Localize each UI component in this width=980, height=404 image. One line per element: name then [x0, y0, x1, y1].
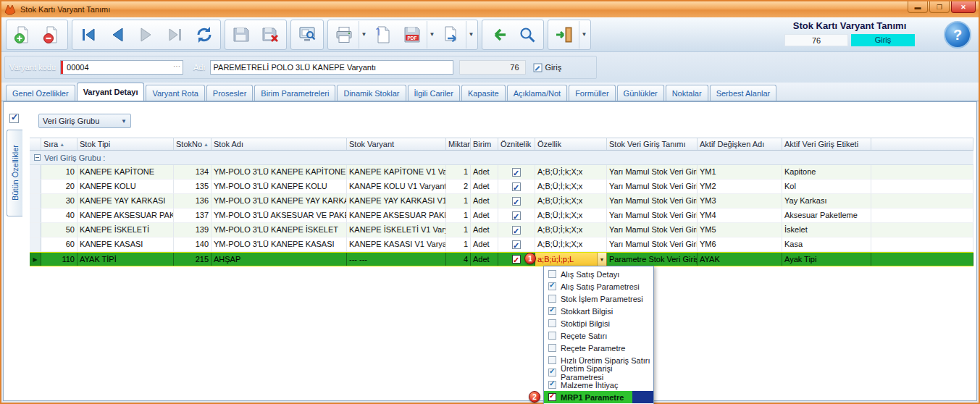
print-button[interactable]: [330, 21, 359, 49]
checkbox-icon[interactable]: [548, 282, 556, 290]
dropdown-item[interactable]: Üretim Siparişi Parametresi: [544, 366, 653, 379]
checkbox-icon[interactable]: [548, 369, 556, 376]
cell-birim: Adet: [471, 253, 498, 266]
dropdown-item[interactable]: Stok İşlem Parametresi: [544, 293, 653, 305]
table-row[interactable]: 20 KANEPE KOLU 135 YM-POLO 3'LÜ KANEPE K…: [30, 180, 973, 194]
maximize-button[interactable]: ❐: [929, 1, 950, 13]
col-stok-no[interactable]: StokNo▲: [174, 138, 212, 150]
pdf-dropdown-arrow[interactable]: ▼: [427, 21, 437, 49]
close-button[interactable]: ✕: [951, 1, 976, 13]
tab-formuller[interactable]: Formüller: [569, 85, 615, 101]
refresh-button[interactable]: [190, 21, 219, 49]
add-record-button[interactable]: [8, 21, 37, 49]
export-button[interactable]: [437, 21, 466, 49]
col-stok-tipi[interactable]: Stok Tipi: [78, 138, 174, 150]
cell-birim: Adet: [471, 209, 498, 223]
previous-record-button[interactable]: [103, 21, 132, 49]
col-stok-varyant[interactable]: Stok Varyant: [347, 138, 446, 150]
tab-ilgili-cariler[interactable]: İlgili Cariler: [408, 85, 460, 101]
delete-record-button[interactable]: [37, 21, 66, 49]
chevron-down-icon[interactable]: ▼: [597, 253, 606, 266]
export-dropdown-arrow[interactable]: ▼: [466, 21, 476, 49]
dropdown-item-mrp1[interactable]: MRP1 Parametre: [544, 391, 653, 403]
checkbox-icon[interactable]: [548, 356, 556, 364]
search-button[interactable]: [513, 21, 542, 49]
new-document-button[interactable]: [369, 21, 398, 49]
oznitelik-checkbox[interactable]: [512, 197, 521, 206]
table-row[interactable]: 50 KANEPE İSKELETİ 139 YM-POLO 3'LÜ KANE…: [30, 223, 973, 237]
checkbox-icon[interactable]: [548, 332, 556, 340]
table-row[interactable]: 10 KANEPE KAPİTONE 134 YM-POLO 3'LÜ KANE…: [30, 165, 973, 180]
variant-name-input[interactable]: [210, 60, 453, 75]
oznitelik-checkbox[interactable]: [512, 168, 521, 177]
col-stok-adi[interactable]: Stok Adı: [212, 138, 347, 150]
group-row[interactable]: Veri Giriş Grubu :: [30, 151, 973, 165]
table-row[interactable]: 60 KANEPE KASASI 140 YM-POLO 3'LÜ KANEPE…: [30, 237, 973, 252]
col-veri-giris-tanimi[interactable]: Stok Veri Giriş Tanımı: [607, 138, 698, 150]
print-dropdown-arrow[interactable]: ▼: [359, 21, 369, 49]
tab-dinamik-stoklar[interactable]: Dinamik Stoklar: [337, 85, 406, 101]
variant-code-input[interactable]: [60, 60, 183, 75]
oznitelik-checkbox[interactable]: [512, 182, 521, 191]
table-row[interactable]: 40 KANEPE AKSESUAR PAKET 137 YM-POLO 3'L…: [30, 209, 973, 223]
save-button[interactable]: [227, 21, 256, 49]
back-button[interactable]: [484, 21, 513, 49]
cell-ozellik: A;B;Ü;İ;k;X;x: [535, 180, 607, 194]
checkbox-icon[interactable]: [548, 319, 556, 327]
group-by-button[interactable]: Veri Giriş Grubu ▼: [38, 114, 131, 128]
exit-dropdown-arrow[interactable]: ▼: [579, 21, 589, 49]
dropdown-item[interactable]: Stokkart Bilgisi: [544, 305, 653, 317]
col-miktar[interactable]: Miktar: [446, 138, 471, 150]
collapse-icon[interactable]: [34, 154, 41, 161]
col-ozellik[interactable]: Özellik: [535, 138, 607, 150]
pdf-save-button[interactable]: PDF: [398, 21, 427, 49]
tab-kapasite[interactable]: Kapasite: [461, 85, 506, 101]
checkbox-icon[interactable]: [548, 344, 556, 352]
table-row[interactable]: 30 KANEPE YAY KARKASI 136 YM-POLO 3'LÜ K…: [30, 194, 973, 209]
all-properties-checkbox[interactable]: [9, 114, 19, 123]
exit-button[interactable]: [550, 21, 579, 49]
preview-button[interactable]: [293, 21, 322, 49]
oznitelik-checkbox[interactable]: [512, 240, 521, 249]
col-aktif-degisken[interactable]: Aktif Değişken Adı: [698, 138, 782, 150]
tab-gunlukler[interactable]: Günlükler: [617, 85, 664, 101]
last-record-button[interactable]: [161, 21, 190, 49]
help-button[interactable]: ?: [944, 21, 971, 49]
dropdown-item[interactable]: Reçete Parametre: [544, 342, 653, 354]
dropdown-item[interactable]: Stoktipi Bilgisi: [544, 317, 653, 329]
checkbox-icon[interactable]: [548, 381, 556, 389]
tab-genel-ozellikler[interactable]: Genel Özellikler: [6, 85, 75, 101]
minimize-button[interactable]: ▬: [908, 1, 928, 13]
content-area: Bütün Özellikler Veri Giriş Grubu ▼ Sıra…: [3, 101, 977, 401]
save-cancel-button[interactable]: [256, 21, 285, 49]
checkbox-icon[interactable]: [548, 295, 556, 303]
col-sira[interactable]: Sıra▲: [41, 138, 78, 150]
dropdown-item[interactable]: Alış Satış Parametresi: [544, 280, 653, 293]
oznitelik-checkbox[interactable]: [512, 211, 521, 220]
col-birim[interactable]: Birim: [471, 138, 498, 150]
checkbox-icon[interactable]: [548, 270, 556, 278]
ozellik-combo-editor[interactable]: a;B;ü;İ;p;L ▼: [535, 253, 607, 266]
first-record-button[interactable]: [74, 21, 103, 49]
next-record-button[interactable]: [132, 21, 161, 49]
oznitelik-checkbox[interactable]: [512, 255, 521, 264]
table-row-selected[interactable]: ▶ 110 AYAK TİPİ 215 AHŞAP --- --- 4 Adet…: [30, 252, 973, 266]
tab-noktalar[interactable]: Noktalar: [666, 85, 708, 101]
tab-birim-parametreleri[interactable]: Birim Parametreleri: [254, 85, 335, 101]
dropdown-item[interactable]: Alış Satış Detayı: [544, 268, 653, 280]
lookup-ellipsis-button[interactable]: ···: [172, 62, 182, 72]
col-oznitelik[interactable]: Öznitelik: [498, 138, 535, 150]
row-indicator: [30, 194, 41, 209]
tab-varyant-rota[interactable]: Varyant Rota: [146, 85, 204, 101]
dropdown-item[interactable]: Reçete Satırı: [544, 329, 653, 342]
tab-prosesler[interactable]: Prosesler: [206, 85, 253, 101]
tab-aciklama-not[interactable]: Açıklama/Not: [507, 85, 567, 101]
col-aktif-etiket[interactable]: Aktif Veri Giriş Etiketi: [782, 138, 871, 150]
tab-serbest-alanlar[interactable]: Serbest Alanlar: [710, 85, 777, 101]
checkbox-icon[interactable]: [548, 393, 556, 401]
giris-link[interactable]: Giriş: [533, 63, 562, 72]
tab-varyant-detayi[interactable]: Varyant Detayı: [77, 83, 145, 101]
checkbox-icon[interactable]: [548, 307, 556, 315]
oznitelik-checkbox[interactable]: [512, 226, 521, 235]
side-tab-butun-ozellikler[interactable]: Bütün Özellikler: [7, 130, 22, 216]
